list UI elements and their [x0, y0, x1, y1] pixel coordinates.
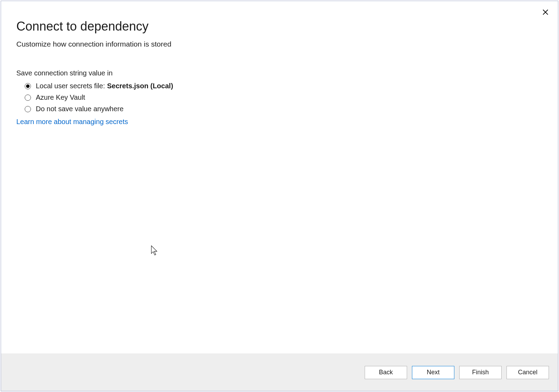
- radio-azure-key-vault[interactable]: Azure Key Vault: [25, 93, 543, 101]
- radio-icon: [25, 95, 31, 101]
- radio-do-not-save[interactable]: Do not save value anywhere: [25, 105, 543, 113]
- back-button[interactable]: Back: [365, 366, 407, 379]
- finish-button[interactable]: Finish: [459, 366, 502, 379]
- dialog-footer: Back Next Finish Cancel: [1, 353, 558, 391]
- connect-dependency-dialog: Connect to dependency Customize how conn…: [1, 1, 558, 391]
- radio-icon: [25, 83, 31, 89]
- radio-local-secrets[interactable]: Local user secrets file: Secrets.json (L…: [25, 82, 543, 90]
- save-location-label: Save connection string value in: [16, 69, 543, 77]
- radio-label: Azure Key Vault: [36, 93, 85, 101]
- close-icon: [542, 9, 549, 15]
- learn-more-link[interactable]: Learn more about managing secrets: [16, 118, 128, 125]
- dialog-content: Connect to dependency Customize how conn…: [1, 1, 558, 353]
- dialog-title: Connect to dependency: [16, 19, 543, 34]
- radio-detail: Secrets.json (Local): [107, 82, 173, 90]
- radio-icon: [25, 106, 31, 112]
- radio-label: Do not save value anywhere: [36, 105, 123, 113]
- save-location-radio-group: Local user secrets file: Secrets.json (L…: [25, 82, 543, 113]
- radio-label: Local user secrets file:: [36, 82, 105, 90]
- close-button[interactable]: [541, 7, 550, 17]
- cancel-button[interactable]: Cancel: [507, 366, 549, 379]
- next-button[interactable]: Next: [412, 366, 454, 379]
- dialog-subtitle: Customize how connection information is …: [16, 40, 543, 48]
